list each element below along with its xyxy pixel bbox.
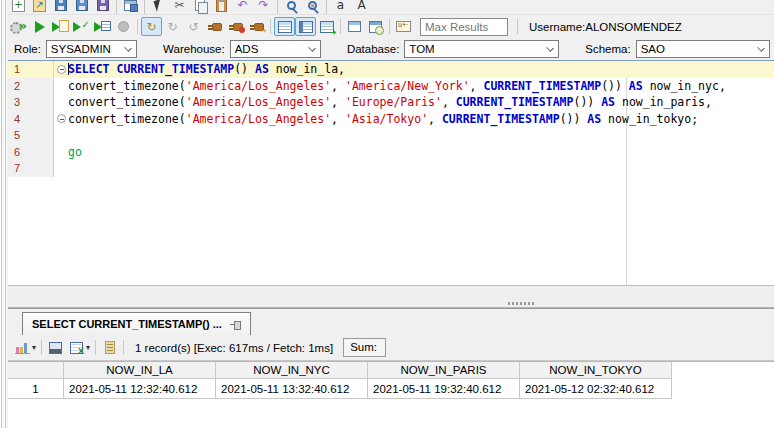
pivot-icon bbox=[49, 342, 62, 354]
results-grid-toggle[interactable] bbox=[274, 17, 295, 36]
pin-icon[interactable] bbox=[230, 320, 241, 329]
table-cell[interactable]: 2021-05-11 12:32:40.612 bbox=[64, 379, 216, 399]
editor-line-3[interactable]: 3convert_timezone('America/Los_Angeles',… bbox=[8, 94, 774, 111]
commit-button[interactable]: ↻ bbox=[162, 17, 183, 36]
lowercase-button[interactable]: a bbox=[330, 0, 351, 14]
date-time-format-icon bbox=[369, 21, 382, 33]
save-button[interactable] bbox=[50, 0, 71, 14]
role-select[interactable]: SYSADMIN bbox=[46, 40, 137, 58]
table-cell[interactable]: 2021-05-11 19:32:40.612 bbox=[368, 379, 520, 399]
line-number: 3 bbox=[8, 94, 54, 111]
save-all-icon bbox=[97, 0, 109, 11]
select-tool-button[interactable] bbox=[148, 0, 169, 14]
auto-commit-toggle[interactable]: ↻ bbox=[141, 17, 162, 36]
results-export-icon bbox=[320, 21, 334, 33]
database-value: TOM bbox=[409, 43, 434, 55]
copy-button[interactable] bbox=[190, 0, 211, 14]
save-all-button[interactable] bbox=[92, 0, 113, 14]
chart-button[interactable] bbox=[12, 338, 33, 357]
execute-icon bbox=[35, 21, 45, 33]
find-button[interactable] bbox=[281, 0, 302, 14]
redo-icon: ↷ bbox=[258, 0, 268, 11]
execute-explain-button[interactable] bbox=[92, 17, 113, 36]
execute-script-button[interactable] bbox=[8, 17, 29, 36]
max-results-input[interactable] bbox=[420, 18, 508, 36]
connect-button[interactable] bbox=[204, 17, 225, 36]
fold-collapse-icon[interactable] bbox=[57, 65, 66, 74]
editor-line-4[interactable]: 4convert_timezone('America/Los_Angeles',… bbox=[8, 111, 774, 128]
execute-edit-button[interactable] bbox=[71, 17, 92, 36]
database-select[interactable]: TOM bbox=[404, 40, 559, 58]
pivot-button[interactable] bbox=[45, 338, 66, 357]
find-replace-button[interactable] bbox=[302, 0, 323, 14]
window-layout-button[interactable] bbox=[344, 17, 365, 36]
disconnect-button[interactable] bbox=[225, 17, 246, 36]
warehouse-select[interactable]: ADS bbox=[230, 40, 321, 58]
reconnect-button[interactable] bbox=[246, 17, 267, 36]
execute-to-file-button[interactable] bbox=[50, 17, 71, 36]
cut-button[interactable]: ✂ bbox=[169, 0, 190, 14]
code-text: SELECT CURRENT_TIMESTAMP() AS now_in_la, bbox=[68, 61, 345, 78]
paste-button[interactable] bbox=[211, 0, 232, 14]
line-number: 7 bbox=[8, 160, 54, 177]
fold-collapse-icon[interactable] bbox=[57, 114, 66, 123]
result-tab[interactable]: SELECT CURRENT_TIMESTAMP() ... bbox=[22, 312, 251, 335]
redo-button[interactable]: ↷ bbox=[253, 0, 274, 14]
open-button[interactable]: ↗ bbox=[29, 0, 50, 14]
new-button[interactable]: + bbox=[8, 0, 29, 14]
results-pinned-toggle[interactable] bbox=[295, 17, 316, 36]
stop-button[interactable] bbox=[113, 17, 134, 36]
row-number[interactable]: 1 bbox=[8, 379, 64, 399]
separator bbox=[389, 19, 390, 34]
column-header[interactable]: NOW_IN_LA bbox=[64, 362, 216, 379]
schema-select[interactable]: SAO bbox=[636, 40, 770, 58]
editor-results-splitter[interactable] bbox=[8, 285, 774, 308]
editor-line-5[interactable]: 5 bbox=[8, 127, 774, 144]
table-cell[interactable]: 2021-05-11 13:32:40.612 bbox=[216, 379, 368, 399]
separator bbox=[41, 340, 42, 355]
execute-script-icon bbox=[10, 20, 27, 33]
execute-edit-icon bbox=[73, 20, 90, 34]
rollback-button[interactable]: ↺ bbox=[183, 17, 204, 36]
results-pinned-icon bbox=[299, 21, 313, 33]
fold-column bbox=[54, 144, 68, 161]
commit-icon: ↻ bbox=[167, 21, 177, 33]
column-header[interactable]: NOW_IN_TOKYO bbox=[520, 362, 672, 379]
editor-line-7[interactable]: 7 bbox=[8, 160, 774, 177]
table-row: 12021-05-11 12:32:40.6122021-05-11 13:32… bbox=[8, 379, 774, 399]
separator bbox=[326, 0, 327, 15]
chevron-down-icon bbox=[757, 44, 765, 52]
table-cell[interactable]: 2021-05-12 02:32:40.612 bbox=[520, 379, 672, 399]
record-status: 1 record(s) [Exec: 617ms / Fetch: 1ms] bbox=[135, 342, 333, 354]
editor-line-6[interactable]: 6go bbox=[8, 144, 774, 161]
warehouse-label: Warehouse: bbox=[163, 43, 225, 55]
uppercase-button[interactable]: A bbox=[351, 0, 372, 14]
unicode-parameters-button[interactable] bbox=[393, 17, 414, 36]
save-as-button[interactable] bbox=[71, 0, 92, 14]
sum-box[interactable]: Sum: bbox=[343, 338, 386, 357]
stop-icon bbox=[118, 21, 129, 32]
editor-line-1[interactable]: 1SELECT CURRENT_TIMESTAMP() AS now_in_la… bbox=[8, 61, 774, 78]
results-grid-icon bbox=[278, 21, 292, 33]
column-header[interactable]: NOW_IN_NYC bbox=[216, 362, 368, 379]
separator bbox=[116, 0, 117, 15]
sql-editor[interactable]: 1SELECT CURRENT_TIMESTAMP() AS now_in_la… bbox=[8, 61, 774, 285]
undo-button[interactable]: ↶ bbox=[232, 0, 253, 14]
fold-column bbox=[54, 61, 68, 78]
results-export-button[interactable] bbox=[316, 17, 337, 36]
editor-line-2[interactable]: 2convert_timezone('America/Los_Angeles',… bbox=[8, 78, 774, 95]
execute-button[interactable] bbox=[29, 17, 50, 36]
save-workspace-button[interactable] bbox=[120, 0, 141, 14]
execute-to-file-icon bbox=[52, 20, 69, 34]
chevron-down-icon bbox=[308, 44, 316, 52]
date-time-format-button[interactable] bbox=[365, 17, 386, 36]
column-header[interactable]: NOW_IN_PARIS bbox=[368, 362, 520, 379]
separator bbox=[123, 340, 124, 355]
panel-drag-grip[interactable] bbox=[0, 0, 8, 428]
export-excel-button[interactable] bbox=[66, 338, 87, 357]
save-as-icon bbox=[76, 0, 88, 11]
show-script-button[interactable] bbox=[99, 338, 120, 357]
result-tab-label: SELECT CURRENT_TIMESTAMP() ... bbox=[32, 318, 222, 330]
results-tab-bar: SELECT CURRENT_TIMESTAMP() ... bbox=[8, 309, 774, 335]
chevron-down-icon bbox=[546, 44, 554, 52]
